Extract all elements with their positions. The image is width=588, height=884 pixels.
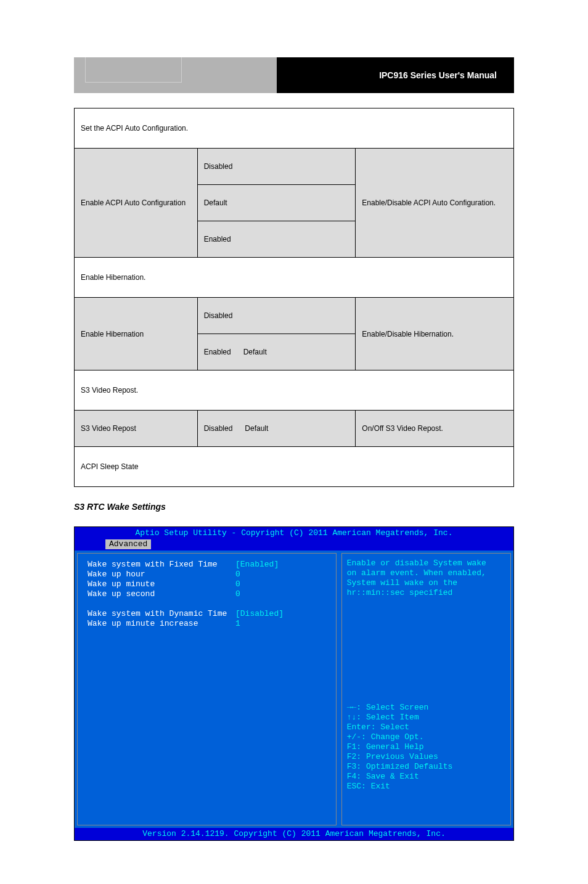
bios-tab-bar: Advanced bbox=[75, 539, 513, 550]
bios-help-line: System will wake on the bbox=[347, 578, 505, 588]
section-heading-sleepstate: ACPI Sleep State bbox=[75, 447, 514, 487]
bios-setting-value: [Disabled] bbox=[235, 609, 284, 619]
bios-setting-value: 0 bbox=[235, 570, 240, 579]
bios-help-line: on alarm event. When enabled, bbox=[347, 568, 505, 578]
row-desc-s3video: On/Off S3 Video Repost. bbox=[356, 411, 514, 447]
bios-key-line: F1: General Help bbox=[347, 742, 453, 752]
section-heading-acpi: Set the ACPI Auto Configuration. bbox=[75, 108, 514, 149]
bios-setting-value: [Enabled] bbox=[235, 560, 279, 570]
bios-body: Wake system with Fixed Time[Enabled] Wak… bbox=[75, 550, 513, 828]
row-label-acpi: Enable ACPI Auto Configuration bbox=[75, 149, 198, 258]
bios-help-line: Enable or disable System wake bbox=[347, 559, 505, 568]
bios-key-line: →←: Select Screen bbox=[347, 703, 453, 713]
bios-key-line: ESC: Exit bbox=[347, 782, 453, 792]
section-heading-hibernation: Enable Hibernation. bbox=[75, 258, 514, 298]
section-heading-s3video: S3 Video Repost. bbox=[75, 370, 514, 411]
bios-setting-label: Wake up second bbox=[88, 589, 235, 599]
opt-enabled: Enabled bbox=[197, 221, 356, 258]
settings-table: Set the ACPI Auto Configuration. Enable … bbox=[74, 108, 514, 487]
bios-key-legend: →←: Select Screen ↑↓: Select Item Enter:… bbox=[347, 703, 453, 792]
banner-title: IPC916 Series User's Manual bbox=[277, 57, 514, 93]
bios-setting-row[interactable]: Wake system with Dynamic Time[Disabled] bbox=[88, 609, 330, 619]
bios-key-line: Enter: Select bbox=[347, 722, 453, 732]
banner-left-tab bbox=[85, 57, 182, 83]
bios-key-line: F3: Optimized Defaults bbox=[347, 762, 453, 772]
bios-setting-row[interactable]: Wake system with Fixed Time[Enabled] bbox=[88, 560, 330, 570]
bios-setting-value: 0 bbox=[235, 589, 240, 599]
bios-setting-label: Wake up hour bbox=[88, 570, 235, 579]
opt-text: Disabled bbox=[204, 424, 233, 433]
bios-screenshot: Aptio Setup Utility - Copyright (C) 2011… bbox=[74, 526, 514, 841]
bios-help-pane: Enable or disable System wake on alarm e… bbox=[341, 553, 511, 825]
bios-help-text: Enable or disable System wake on alarm e… bbox=[347, 559, 505, 598]
bios-key-line: F4: Save & Exit bbox=[347, 772, 453, 782]
opt-disabled-default: Disabled Default bbox=[197, 411, 356, 447]
bios-key-line: +/-: Change Opt. bbox=[347, 732, 453, 742]
opt-text: Default bbox=[243, 348, 267, 356]
bios-setting-row[interactable]: Wake up second0 bbox=[88, 589, 330, 599]
bios-key-line: F2: Previous Values bbox=[347, 752, 453, 762]
row-desc-acpi: Enable/Disable ACPI Auto Configuration. bbox=[356, 149, 514, 258]
row-desc-hibernation: Enable/Disable Hibernation. bbox=[356, 298, 514, 370]
bios-setting-label: Wake system with Dynamic Time bbox=[88, 609, 235, 619]
banner-left bbox=[74, 57, 277, 93]
bios-setting-row[interactable]: Wake up minute0 bbox=[88, 579, 330, 589]
opt-disabled-2: Disabled bbox=[197, 298, 356, 334]
row-label-hibernation: Enable Hibernation bbox=[75, 298, 198, 370]
bios-setting-label: Wake up minute increase bbox=[88, 619, 235, 629]
opt-disabled: Disabled bbox=[197, 149, 356, 185]
bios-setting-label: Wake system with Fixed Time bbox=[88, 560, 235, 570]
bios-settings-pane: Wake system with Fixed Time[Enabled] Wak… bbox=[77, 553, 337, 825]
bios-key-line: ↑↓: Select Item bbox=[347, 713, 453, 722]
row-label-s3video: S3 Video Repost bbox=[75, 411, 198, 447]
bios-setting-value: 1 bbox=[235, 619, 240, 629]
opt-default: Default bbox=[197, 185, 356, 221]
bios-setting-value: 0 bbox=[235, 579, 240, 589]
page-banner: IPC916 Series User's Manual bbox=[74, 57, 514, 93]
opt-enabled-default: Enabled Default bbox=[197, 334, 356, 370]
bios-setting-row[interactable]: Wake up hour0 bbox=[88, 570, 330, 579]
bios-tab-advanced[interactable]: Advanced bbox=[105, 539, 151, 549]
opt-text: Default bbox=[245, 424, 268, 433]
bios-help-line: hr::min::sec specified bbox=[347, 588, 505, 598]
bios-title-bar: Aptio Setup Utility - Copyright (C) 2011… bbox=[75, 527, 513, 539]
opt-text: Enabled bbox=[204, 348, 231, 356]
subsection-heading: S3 RTC Wake Settings bbox=[74, 502, 514, 512]
bios-setting-row[interactable]: Wake up minute increase1 bbox=[88, 619, 330, 629]
bios-bottom-bar: Version 2.14.1219. Copyright (C) 2011 Am… bbox=[75, 828, 513, 840]
bios-setting-row bbox=[88, 599, 330, 609]
bios-setting-label: Wake up minute bbox=[88, 579, 235, 589]
